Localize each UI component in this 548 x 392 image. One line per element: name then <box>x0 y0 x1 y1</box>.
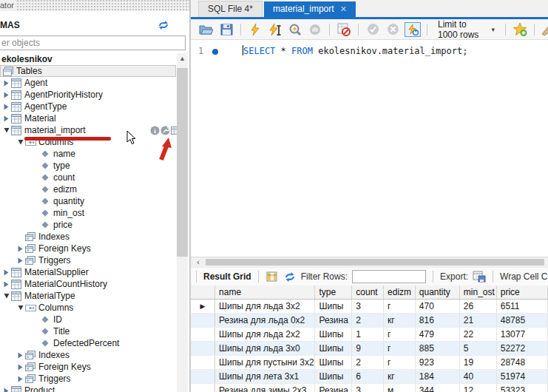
tab-sql-file-4-[interactable]: SQL File 4* <box>198 1 263 17</box>
table-row[interactable]: Шипы для льда 3x0Шипы9г885552272 <box>191 342 548 356</box>
cell[interactable]: 21 <box>459 314 496 328</box>
filter-objects-input[interactable]: er objects <box>0 36 186 50</box>
cell[interactable]: Шипы для пустыни 3x2 <box>215 356 315 370</box>
explain-plan-icon[interactable] <box>287 22 303 37</box>
cell[interactable]: Шипы <box>315 328 352 342</box>
tree-scrollbar[interactable]: ▲ <box>177 53 188 392</box>
refresh-schemas-icon[interactable] <box>157 19 170 31</box>
tree-item-count[interactable]: count <box>0 172 176 183</box>
table-row[interactable]: Резина для льда 0x2Резина2кг8162148785 <box>191 314 548 328</box>
tree-item-edizm[interactable]: edizm <box>0 183 176 195</box>
tree-item-agentpriorityhistory[interactable]: AgentPriorityHistory <box>0 89 176 101</box>
cell[interactable]: 2 <box>352 356 384 370</box>
cell[interactable]: г <box>384 356 416 370</box>
column-header-quantity[interactable]: quantity <box>415 285 459 300</box>
tree-item-name[interactable]: name <box>0 148 176 160</box>
tree-item-ekolesnikov[interactable]: ekolesnikov <box>0 53 176 65</box>
tree-item-triggers[interactable]: Triggers <box>0 254 176 266</box>
table-row[interactable]: Резина для зимы 2x3Резина3м3441253323 <box>191 384 548 392</box>
cell[interactable]: 344 <box>415 384 459 392</box>
tree-item-quantity[interactable]: quantity <box>0 195 176 207</box>
expand-arrow-icon[interactable] <box>17 364 24 371</box>
open-file-icon[interactable] <box>198 22 214 37</box>
tree-item-indexes[interactable]: Indexes <box>0 231 176 243</box>
collapse-arrow-icon[interactable] <box>17 305 24 311</box>
result-grid-table[interactable]: nametypecountedizmquantitymin_ostprice ▶… <box>191 285 548 392</box>
cell[interactable]: 3 <box>352 300 384 314</box>
commit-icon[interactable] <box>365 22 381 37</box>
cell[interactable]: 53323 <box>496 384 547 392</box>
tree-item-material[interactable]: Material <box>0 112 176 124</box>
cell[interactable]: Резина для льда 0x2 <box>215 314 315 328</box>
tree-item-materialcounthistory[interactable]: MaterialCountHistory <box>0 278 176 290</box>
cell[interactable]: 52272 <box>496 342 547 356</box>
expand-arrow-icon[interactable] <box>3 388 10 392</box>
expand-arrow-icon[interactable] <box>17 246 24 252</box>
cell[interactable]: 2 <box>352 314 384 328</box>
cell[interactable]: 5 <box>459 342 496 356</box>
tree-item-min-ost[interactable]: min_ost <box>0 207 176 219</box>
cell[interactable]: 19 <box>459 356 496 370</box>
cell[interactable]: Резина <box>315 384 352 392</box>
execute-script-icon[interactable] <box>247 22 263 37</box>
tree-item-product[interactable]: Product <box>0 385 176 392</box>
table-row[interactable]: Шипы для лета 3x1Шипы6кг1844051974 <box>191 370 548 384</box>
cell[interactable]: кг <box>384 370 416 384</box>
tree-item-title[interactable]: Title <box>0 325 176 337</box>
tree-item-columns[interactable]: Columns <box>0 302 176 314</box>
cell[interactable]: 9 <box>352 342 384 356</box>
cell[interactable]: Резина <box>315 314 352 328</box>
cell[interactable]: Шипы для льда 2x2 <box>215 328 315 342</box>
column-header-edizm[interactable]: edizm <box>384 285 416 300</box>
cell[interactable]: Шипы для лета 3x1 <box>215 370 315 384</box>
expand-arrow-icon[interactable] <box>3 115 10 122</box>
cell[interactable]: 923 <box>415 356 459 370</box>
column-header-count[interactable]: count <box>352 285 384 300</box>
expand-arrow-icon[interactable] <box>17 352 24 359</box>
table-info-icon[interactable]: i <box>150 126 160 135</box>
tree-item-defectedpercent[interactable]: DefectedPercent <box>0 337 176 349</box>
save-file-icon[interactable] <box>218 22 234 37</box>
limit-rows-dropdown[interactable]: Limit to 1000 rows ▾ <box>433 19 499 40</box>
cell[interactable]: 470 <box>415 300 459 314</box>
column-header-type[interactable]: type <box>315 285 352 300</box>
cell[interactable]: 48785 <box>496 314 547 328</box>
tree-item-materialsupplier[interactable]: MaterialSupplier <box>0 266 176 278</box>
cell[interactable]: Шипы <box>315 300 352 314</box>
cell[interactable]: г <box>384 300 416 314</box>
cell[interactable]: м <box>384 384 416 392</box>
expand-arrow-icon[interactable] <box>3 80 10 87</box>
tab-material-import[interactable]: material_import✕ <box>264 1 356 17</box>
cell[interactable]: 1 <box>352 328 384 342</box>
cell[interactable]: 885 <box>415 342 459 356</box>
expand-arrow-icon[interactable] <box>3 269 10 276</box>
cell[interactable]: Шипы для льда 3x0 <box>215 342 315 356</box>
tree-item-agent[interactable]: Agent <box>0 77 176 89</box>
beautify-sql-icon[interactable] <box>541 22 548 37</box>
scroll-up-icon[interactable]: ▲ <box>177 53 188 64</box>
expand-arrow-icon[interactable] <box>17 376 24 382</box>
tree-item-foreign-keys[interactable]: Foreign Keys <box>0 361 176 373</box>
hscroll-thumb[interactable] <box>206 259 544 266</box>
tree-item-type[interactable]: type <box>0 160 176 172</box>
collapse-arrow-icon[interactable] <box>17 139 24 145</box>
cell[interactable]: 26 <box>459 300 496 314</box>
tree-item-indexes[interactable]: Indexes <box>0 349 176 361</box>
cell[interactable]: г <box>384 342 416 356</box>
table-inspector-wrench-icon[interactable] <box>160 126 170 135</box>
table-row[interactable]: Шипы для льда 2x2Шипы1г4792213077 <box>191 328 548 342</box>
expand-arrow-icon[interactable] <box>17 257 24 264</box>
table-row[interactable]: Шипы для пустыни 3x2Шипы2г9231928748 <box>191 356 548 370</box>
refresh-grid-icon[interactable] <box>283 271 297 283</box>
tree-item-id[interactable]: ID <box>0 314 176 325</box>
cell[interactable]: Шипы <box>315 342 352 356</box>
expand-arrow-icon[interactable] <box>3 281 10 288</box>
cell[interactable]: 13077 <box>496 328 547 342</box>
cell[interactable]: Резина для зимы 2x3 <box>215 384 315 392</box>
cell[interactable]: 40 <box>459 370 496 384</box>
cell[interactable]: 184 <box>415 370 459 384</box>
cell[interactable]: 28748 <box>496 356 547 370</box>
tree-scrollbar-thumb[interactable] <box>177 68 188 257</box>
tree-item-price[interactable]: price <box>0 219 176 231</box>
current-row-marker[interactable]: ▶ <box>191 300 215 314</box>
